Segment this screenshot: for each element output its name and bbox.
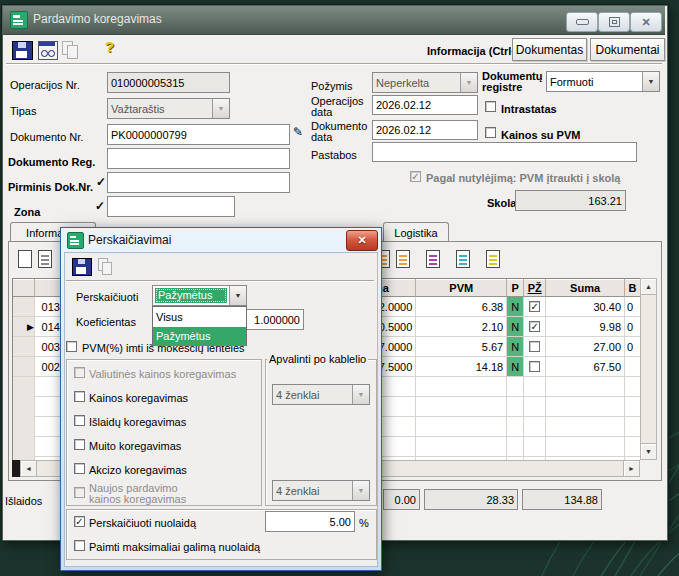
pz-checkbox[interactable]: ✓ — [529, 321, 540, 332]
grid-header-b[interactable]: B — [625, 279, 640, 297]
perskaiciuoti-dropdown-list[interactable]: Visus Pažymėtus — [152, 306, 247, 346]
operacijos-nr-label: Operacijos Nr. — [10, 79, 80, 91]
zona-field[interactable] — [107, 196, 235, 217]
edit-pencil-icon[interactable]: ✎ — [293, 126, 303, 138]
islaidu-koregavimas-checkbox[interactable] — [74, 415, 85, 426]
help-icon[interactable]: ? — [105, 41, 114, 53]
apvalinti-label: Apvalinti po kablelio — [267, 353, 368, 365]
muito-koregavimas-label: Muito koregavimas — [89, 440, 181, 452]
grid-header-suma[interactable]: Suma — [546, 279, 625, 297]
dok-registre-label: Dokumentų registre — [482, 71, 544, 93]
dokumento-nr-field[interactable]: PK0000000799 — [107, 124, 290, 145]
valiutines-label: Valiutinės kainos koregavimas — [89, 368, 236, 380]
pirminis-dok-field[interactable] — [107, 172, 290, 193]
new-doc-icon[interactable] — [18, 250, 32, 268]
restore-button[interactable] — [598, 12, 630, 32]
max-nuolaida-checkbox[interactable] — [74, 540, 85, 551]
apvalinti-combo-1[interactable]: 4 ženklai ▼ — [272, 384, 370, 405]
tab-logistika[interactable]: Logistika — [383, 222, 449, 243]
pagal-nutylejima-checkbox: ✓ — [410, 171, 421, 182]
chevron-down-icon[interactable]: ▼ — [229, 286, 246, 305]
cell-pvm: 6.38 — [416, 297, 507, 316]
cell-b — [625, 357, 640, 376]
doc-edit-orange2-icon[interactable] — [396, 250, 410, 268]
chevron-down-icon[interactable]: ▼ — [212, 99, 229, 118]
app-icon — [10, 11, 28, 29]
pz-checkbox[interactable] — [529, 341, 540, 352]
pastabos-field[interactable] — [372, 142, 637, 162]
cell-pz[interactable]: ✓ — [524, 317, 546, 336]
scroll-right-icon[interactable]: ► — [623, 460, 640, 477]
modal-close-button[interactable]: ✕ — [346, 230, 378, 251]
chevron-down-icon[interactable]: ▼ — [642, 72, 659, 91]
akcizo-koregavimas-checkbox[interactable] — [74, 463, 85, 474]
dokumento-data-field[interactable]: 2026.02.12 — [372, 120, 478, 140]
modal-copy-button — [98, 258, 114, 274]
pozymis-combo[interactable]: Neperkelta ▼ — [372, 72, 478, 93]
perskaiciuoti-label: Perskaičiuoti — [76, 291, 138, 303]
dokumentas-button[interactable]: Dokumentas — [512, 38, 587, 61]
minimize-button[interactable] — [566, 12, 598, 32]
kainos-su-pvm-label: Kainos su PVM — [501, 129, 580, 141]
naujos-kainos-label: Naujos pardavimo kainos koregavimas — [89, 483, 209, 505]
dok-registre-combo[interactable]: Formuoti ▼ — [546, 71, 660, 92]
dokumento-reg-field[interactable] — [107, 148, 290, 169]
scroll-down-icon[interactable]: ▼ — [640, 443, 657, 460]
perskaiciuoti-nuolaida-label: Perskaičiuoti nuolaidą — [89, 517, 196, 529]
cell-pz[interactable]: ✓ — [524, 297, 546, 316]
row-selector[interactable] — [13, 297, 35, 316]
intrastatas-checkbox[interactable] — [485, 101, 496, 112]
valiutines-checkbox — [74, 367, 85, 378]
operacijos-nr-field[interactable]: 010000005315 — [107, 72, 230, 93]
modal-save-button[interactable] — [72, 258, 92, 276]
scroll-up-icon[interactable]: ▲ — [640, 278, 657, 295]
perskaiciuoti-combo[interactable]: Pažymėtus ▼ — [152, 285, 247, 306]
row-selector[interactable] — [13, 337, 35, 356]
doc-edit-yellow-icon[interactable] — [486, 250, 500, 268]
grid-header-p[interactable]: P — [507, 279, 524, 297]
chevron-down-icon[interactable]: ▼ — [460, 73, 477, 92]
cell-pz[interactable] — [524, 357, 546, 376]
cell-p: N — [507, 337, 524, 356]
pvm-lentele-checkbox[interactable] — [66, 341, 77, 352]
chevron-down-icon[interactable]: ▼ — [352, 481, 369, 500]
info-shortcut-label: Informacija (Ctrl+I — [427, 45, 512, 57]
kainos-koregavimas-checkbox[interactable] — [74, 391, 85, 402]
doc-lines-icon[interactable] — [38, 250, 52, 268]
islaidos-label: Išlaidos — [5, 495, 42, 507]
pz-checkbox[interactable]: ✓ — [529, 301, 540, 312]
pz-checkbox[interactable] — [529, 361, 540, 372]
dokumentai-button[interactable]: Dokumentai — [590, 38, 665, 61]
muito-koregavimas-checkbox[interactable] — [74, 439, 85, 450]
grid-header-pvm[interactable]: PVM — [416, 279, 507, 297]
dokumento-data-label: Dokumento data — [311, 121, 371, 143]
save-button-toolbar[interactable] — [12, 41, 33, 60]
doc-edit-cyan-icon[interactable] — [456, 250, 470, 268]
grid-header-pz[interactable]: PŽ — [524, 279, 546, 297]
zona-label: Zona — [14, 206, 40, 218]
modal-titlebar[interactable]: Perskaičiavimai — [64, 231, 378, 251]
perskaiciuoti-nuolaida-checkbox[interactable]: ✓ — [74, 516, 85, 527]
grid-vscrollbar[interactable] — [640, 278, 657, 460]
row-selector[interactable] — [13, 357, 35, 376]
dropdown-option-visus[interactable]: Visus — [153, 307, 246, 327]
close-button[interactable]: ✕ — [630, 12, 662, 32]
summary-field-3: 134.88 — [522, 489, 602, 510]
pastabos-label: Pastabos — [311, 149, 357, 161]
tipas-combo[interactable]: Važtaraštis ▼ — [107, 98, 230, 119]
operacijos-data-field[interactable]: 2026.02.12 — [372, 95, 478, 115]
lookup-icon — [39, 42, 55, 46]
kainos-su-pvm-checkbox[interactable] — [485, 127, 496, 138]
apvalinti-combo-2[interactable]: 4 ženklai ▼ — [272, 480, 370, 501]
percent-label: % — [359, 517, 369, 529]
doc-edit-purple-icon[interactable] — [426, 250, 440, 268]
scroll-left-icon[interactable]: ◄ — [20, 460, 37, 477]
nuolaida-field[interactable]: 5.00 — [265, 511, 355, 532]
lookup-button-toolbar[interactable] — [38, 41, 58, 60]
chevron-down-icon[interactable]: ▼ — [352, 385, 369, 404]
cell-pz[interactable] — [524, 337, 546, 356]
hscroll-fixed-block — [12, 460, 20, 477]
cell-pvm: 2.10 — [416, 317, 507, 336]
dropdown-option-pazymetus[interactable]: Pažymėtus — [153, 327, 246, 346]
cell-p: N — [507, 317, 524, 336]
